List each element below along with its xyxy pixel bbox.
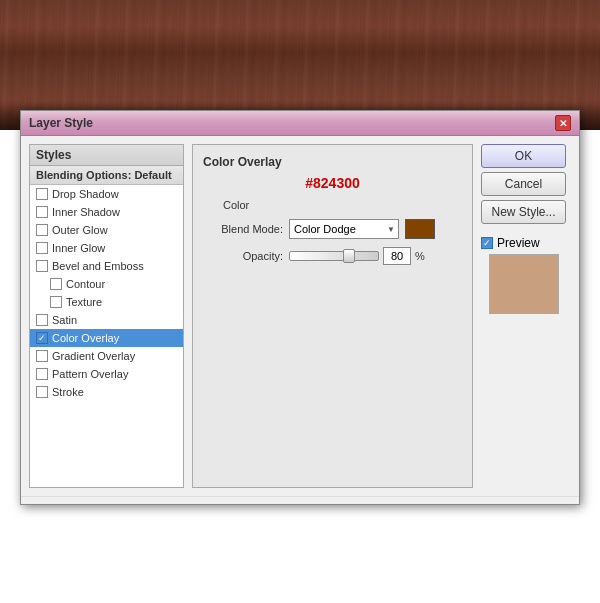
ok-button[interactable]: OK (481, 144, 566, 168)
satin-label: Satin (52, 314, 77, 326)
opacity-row: Opacity: % (203, 247, 462, 265)
inner-shadow-checkbox[interactable] (36, 206, 48, 218)
texture-checkbox[interactable] (50, 296, 62, 308)
color-overlay-label: Color Overlay (52, 332, 119, 344)
sidebar-item-gradient-overlay[interactable]: Gradient Overlay (30, 347, 183, 365)
color-row: Color (203, 199, 462, 211)
dialog-title: Layer Style (29, 116, 93, 130)
layer-style-dialog: Layer Style ✕ Styles Blending Options: D… (20, 110, 580, 505)
outer-glow-checkbox[interactable] (36, 224, 48, 236)
styles-panel-header: Styles (30, 145, 183, 166)
pattern-overlay-checkbox[interactable] (36, 368, 48, 380)
main-content-area: Color Overlay #824300 Color Blend Mode: … (192, 144, 473, 488)
sidebar-item-outer-glow[interactable]: Outer Glow (30, 221, 183, 239)
sidebar-item-color-overlay[interactable]: Color Overlay (30, 329, 183, 347)
blending-options-label: Blending Options: Default (36, 169, 172, 181)
preview-checkbox[interactable] (481, 237, 493, 249)
sidebar-item-contour[interactable]: Contour (30, 275, 183, 293)
styles-panel: Styles Blending Options: Default Drop Sh… (29, 144, 184, 488)
pattern-overlay-label: Pattern Overlay (52, 368, 128, 380)
content-section-title: Color Overlay (203, 155, 462, 169)
drop-shadow-label: Drop Shadow (52, 188, 119, 200)
sidebar-item-pattern-overlay[interactable]: Pattern Overlay (30, 365, 183, 383)
stroke-label: Stroke (52, 386, 84, 398)
gradient-overlay-checkbox[interactable] (36, 350, 48, 362)
inner-glow-checkbox[interactable] (36, 242, 48, 254)
buttons-panel: OK Cancel New Style... Preview (481, 144, 571, 488)
bevel-emboss-label: Bevel and Emboss (52, 260, 144, 272)
preview-checkbox-row: Preview (481, 236, 571, 250)
dialog-footer (21, 496, 579, 504)
contour-checkbox[interactable] (50, 278, 62, 290)
color-field-label: Color (223, 199, 249, 211)
color-overlay-checkbox[interactable] (36, 332, 48, 344)
dialog-body: Styles Blending Options: Default Drop Sh… (21, 136, 579, 496)
color-swatch[interactable] (405, 219, 435, 239)
satin-checkbox[interactable] (36, 314, 48, 326)
dialog-titlebar: Layer Style ✕ (21, 111, 579, 136)
color-hex-value: #824300 (203, 175, 462, 191)
close-button[interactable]: ✕ (555, 115, 571, 131)
sidebar-item-bevel-emboss[interactable]: Bevel and Emboss (30, 257, 183, 275)
texture-label: Texture (66, 296, 102, 308)
sidebar-item-drop-shadow[interactable]: Drop Shadow (30, 185, 183, 203)
bevel-emboss-checkbox[interactable] (36, 260, 48, 272)
blend-mode-row: Blend Mode: Normal Dissolve Multiply Scr… (203, 219, 462, 239)
sidebar-item-inner-glow[interactable]: Inner Glow (30, 239, 183, 257)
percent-label: % (415, 250, 425, 262)
preview-label: Preview (497, 236, 540, 250)
sidebar-item-blending-options[interactable]: Blending Options: Default (30, 166, 183, 185)
blend-mode-select-wrapper: Normal Dissolve Multiply Screen Overlay … (289, 219, 399, 239)
opacity-slider-track[interactable] (289, 251, 379, 261)
contour-label: Contour (66, 278, 105, 290)
opacity-slider-container: % (289, 247, 425, 265)
sidebar-item-stroke[interactable]: Stroke (30, 383, 183, 401)
outer-glow-label: Outer Glow (52, 224, 108, 236)
new-style-button[interactable]: New Style... (481, 200, 566, 224)
dialog-overlay: Layer Style ✕ Styles Blending Options: D… (0, 0, 600, 603)
sidebar-item-texture[interactable]: Texture (30, 293, 183, 311)
sidebar-item-inner-shadow[interactable]: Inner Shadow (30, 203, 183, 221)
inner-shadow-label: Inner Shadow (52, 206, 120, 218)
blend-mode-select[interactable]: Normal Dissolve Multiply Screen Overlay … (289, 219, 399, 239)
drop-shadow-checkbox[interactable] (36, 188, 48, 200)
blend-mode-label: Blend Mode: (203, 223, 283, 235)
gradient-overlay-label: Gradient Overlay (52, 350, 135, 362)
opacity-slider-thumb[interactable] (343, 249, 355, 263)
cancel-button[interactable]: Cancel (481, 172, 566, 196)
preview-section: Preview (481, 236, 571, 314)
preview-swatch (489, 254, 559, 314)
stroke-checkbox[interactable] (36, 386, 48, 398)
opacity-value-input[interactable] (383, 247, 411, 265)
opacity-label: Opacity: (203, 250, 283, 262)
inner-glow-label: Inner Glow (52, 242, 105, 254)
sidebar-item-satin[interactable]: Satin (30, 311, 183, 329)
